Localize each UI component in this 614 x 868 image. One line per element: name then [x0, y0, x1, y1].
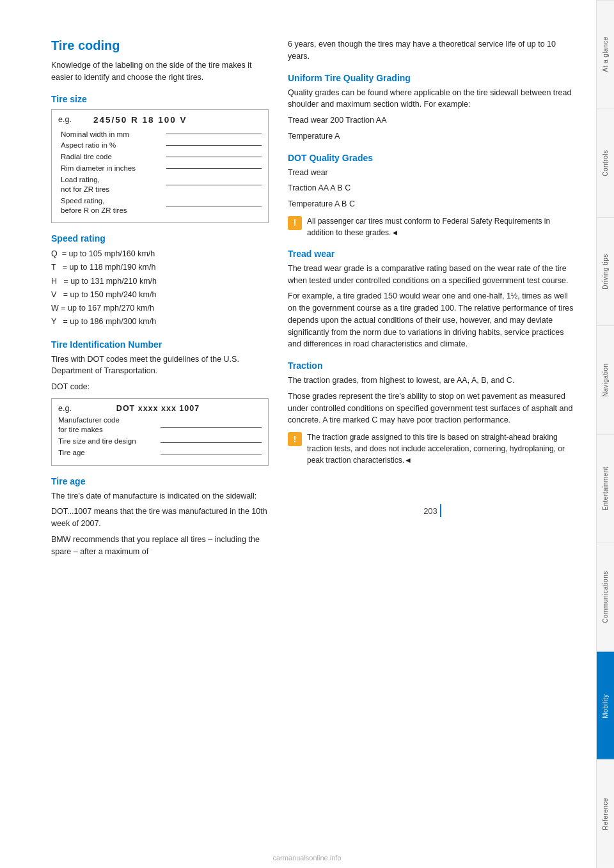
speed-item-w: W = up to 167 mph/270 km/h	[51, 302, 269, 315]
dot-eg-label: e.g.	[58, 404, 72, 413]
traction-warning: ! The traction grade assigned to this ti…	[288, 431, 577, 466]
sidebar-tab-controls[interactable]: Controls	[597, 109, 614, 217]
tire-size-value: 245/50 R 18 100 V	[93, 115, 187, 125]
tire-size-row-2: Aspect ratio in %	[61, 141, 262, 150]
dot-quality-warning: ! All passenger car tires must conform t…	[288, 215, 577, 238]
uniform-example1: Tread wear 200 Traction AA	[288, 114, 577, 127]
speed-item-v: V = up to 150 mph/240 km/h	[51, 288, 269, 302]
warning-icon-1: !	[288, 216, 302, 230]
dot-quality-warning-text: All passenger car tires must conform to …	[307, 215, 577, 238]
sidebar-tab-at-a-glance[interactable]: At a glance	[597, 0, 614, 109]
dot-diagram-rows: Manufacturer codefor tire makes Tire siz…	[58, 415, 262, 458]
page-number-area: 203	[288, 504, 577, 517]
right-column: 6 years, even though the tires may have …	[288, 38, 577, 842]
tire-size-row-6: Speed rating,before R on ZR tires	[61, 196, 262, 215]
dot-quality-item-3: Temperature A B C	[288, 198, 577, 210]
dot-row-3: Tire age	[58, 448, 262, 458]
uniform-quality-heading: Uniform Tire Quality Grading	[288, 73, 577, 83]
dot-eg-value: DOT xxxx xxx 1007	[116, 404, 200, 413]
tire-age-p2: DOT...1007 means that the tire was manuf…	[51, 506, 269, 530]
uniform-example2: Temperature A	[288, 130, 577, 143]
speed-rating-heading: Speed rating	[51, 233, 269, 244]
traction-p1: The traction grades, from highest to low…	[288, 375, 577, 387]
speed-item-y: Y = up to 186 mph/300 km/h	[51, 315, 269, 329]
sidebar-tab-mobility[interactable]: Mobility	[597, 651, 614, 760]
uniform-quality-text: Quality grades can be found where applic…	[288, 87, 577, 111]
tire-size-row-5: Load rating,not for ZR tires	[61, 175, 262, 194]
tread-wear-p1: The tread wear grade is a comparative ra…	[288, 263, 577, 287]
tire-size-row-3: Radial tire code	[61, 152, 262, 162]
tire-age-heading: Tire age	[51, 476, 269, 486]
dot-code-label: DOT code:	[51, 381, 269, 393]
eg-label: e.g.	[58, 115, 81, 124]
main-content: Tire coding Knowledge of the labeling on…	[0, 0, 596, 868]
tire-size-eg-line: e.g. 245/50 R 18 100 V	[58, 115, 262, 125]
warning-icon-2: !	[288, 432, 302, 446]
speed-item-t: T = up to 118 mph/190 km/h	[51, 261, 269, 274]
left-column: Tire coding Knowledge of the labeling on…	[51, 38, 269, 842]
speed-item-h: H = up to 131 mph/210 km/h	[51, 275, 269, 288]
sidebar-tab-navigation[interactable]: Navigation	[597, 325, 614, 434]
traction-warning-text: The traction grade assigned to this tire…	[307, 431, 577, 466]
sidebar-tab-driving-tips[interactable]: Driving tips	[597, 217, 614, 326]
traction-p2: Those grades represent the tire's abilit…	[288, 391, 577, 426]
dot-quality-heading: DOT Quality Grades	[288, 153, 577, 163]
page-number: 203	[423, 506, 437, 516]
dot-quality-item-2: Traction AA A B C	[288, 182, 577, 194]
tire-size-heading: Tire size	[51, 94, 269, 104]
tire-identification-heading: Tire Identification Number	[51, 339, 269, 350]
speed-list: Q = up to 105 mph/160 km/h T = up to 118…	[51, 247, 269, 329]
dot-row-1: Manufacturer codefor tire makes	[58, 415, 262, 435]
watermark: carmanualsonline.info	[272, 854, 341, 862]
page-title: Tire coding	[51, 38, 269, 53]
dot-eg-line: e.g. DOT xxxx xxx 1007	[58, 404, 262, 413]
page-container: Tire coding Knowledge of the labeling on…	[0, 0, 614, 868]
dot-quality-list: Tread wear Traction AA A B C Temperature…	[288, 167, 577, 210]
tire-identification-intro: Tires with DOT codes meet the guidelines…	[51, 353, 269, 378]
intro-text: Knowledge of the labeling on the side of…	[51, 59, 269, 84]
dot-row-2: Tire size and tire design	[58, 437, 262, 446]
tread-wear-p2: For example, a tire graded 150 would wea…	[288, 290, 577, 350]
tire-age-p1: The tire's date of manufacture is indica…	[51, 490, 269, 502]
traction-heading: Traction	[288, 360, 577, 371]
right-intro: 6 years, even though the tires may have …	[288, 38, 577, 63]
page-bar	[440, 504, 441, 517]
sidebar-tab-entertainment[interactable]: Entertainment	[597, 434, 614, 543]
speed-item-q: Q = up to 105 mph/160 km/h	[51, 247, 269, 261]
tire-age-p3: BMW recommends that you replace all tire…	[51, 534, 269, 558]
sidebar-tab-reference[interactable]: Reference	[597, 759, 614, 868]
tire-size-row-4: Rim diameter in inches	[61, 164, 262, 173]
sidebar-tab-communications[interactable]: Communications	[597, 543, 614, 651]
tread-wear-heading: Tread wear	[288, 249, 577, 259]
dot-box: e.g. DOT xxxx xxx 1007 Manufacturer code…	[51, 398, 269, 466]
dot-quality-item-1: Tread wear	[288, 167, 577, 179]
tire-size-diagram: Nominal width in mm Aspect ratio in % Ra…	[58, 130, 262, 216]
tire-size-box: e.g. 245/50 R 18 100 V Nominal width in …	[51, 109, 269, 224]
tire-size-row-1: Nominal width in mm	[61, 130, 262, 139]
sidebar: At a glance Controls Driving tips Naviga…	[596, 0, 614, 868]
